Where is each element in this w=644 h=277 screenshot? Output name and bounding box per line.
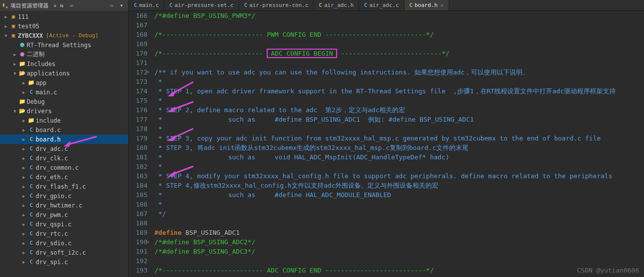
code-line[interactable]: * STEP 1, open adc driver framework supp… xyxy=(154,86,615,96)
expand-arrow-icon[interactable]: ▶ xyxy=(12,52,18,57)
tree-item[interactable]: ▶Cdrv_gpio.c xyxy=(0,191,128,201)
cfile-icon: C xyxy=(27,230,36,237)
expand-arrow-icon[interactable]: ▶ xyxy=(21,222,27,227)
expand-arrow-icon[interactable]: ▶ xyxy=(3,14,9,19)
code-line[interactable]: * xyxy=(154,162,615,171)
expand-arrow-icon[interactable]: ▶ xyxy=(21,194,27,199)
code-text[interactable]: /*#define BSP_USING_PWM3*//*------------… xyxy=(151,11,615,277)
expand-arrow-icon[interactable]: ▶ xyxy=(21,137,27,142)
expand-arrow-icon[interactable]: ▶ xyxy=(21,250,27,255)
tree-item-label: drivers xyxy=(27,108,52,115)
expand-arrow-icon[interactable]: ▶ xyxy=(21,146,27,151)
expand-arrow-icon[interactable]: ▶ xyxy=(21,165,27,170)
code-line[interactable] xyxy=(154,218,615,228)
editor-tab[interactable]: Cair_adc.h xyxy=(314,0,359,10)
expand-arrow-icon[interactable]: ▶ xyxy=(21,118,27,123)
tree-item[interactable]: ▶Cdrv_common.c xyxy=(0,163,128,172)
code-line[interactable]: * such as #define BSP_USING_ADC1 例如: #de… xyxy=(154,115,615,124)
code-line[interactable] xyxy=(154,39,615,49)
expand-arrow-icon[interactable]: ▼ xyxy=(12,109,18,114)
close-icon[interactable]: ✕ xyxy=(54,2,57,9)
code-line[interactable]: * xyxy=(154,124,615,134)
tree-item[interactable]: ▶Cdrv_soft_i2c.c xyxy=(0,248,128,257)
expand-arrow-icon[interactable]: ▶ xyxy=(21,90,27,95)
code-line[interactable]: * STEP 4,修改stm32xxxx_hal_config.h文件以支持ad… xyxy=(154,181,615,190)
tree-item[interactable]: ▶📁Includes xyxy=(0,59,128,69)
tree-item-label: drv_common.c xyxy=(36,164,79,171)
tree-item[interactable]: ▼📂applications xyxy=(0,69,128,78)
code-line[interactable] xyxy=(154,58,615,68)
tree-item[interactable]: ▶▣111 xyxy=(0,12,128,21)
code-line[interactable]: * STEP 4, modify your stm32xxxx_hal_conf… xyxy=(154,171,615,181)
code-line[interactable]: * xyxy=(154,77,615,86)
tree-item[interactable]: ▶📁app xyxy=(0,78,128,87)
code-line[interactable]: */ xyxy=(154,209,615,218)
tree-item[interactable]: ▶Cboard.h xyxy=(0,135,128,144)
code-line[interactable]: * STEP 3, 将adc init函数从stm32cubemx生成的stm3… xyxy=(154,143,615,152)
file-tree[interactable]: ▶▣111▶▣test05▼▣ZYBCXXX[Active - Debug]⬢R… xyxy=(0,11,128,268)
tab-close-icon[interactable]: ✕ xyxy=(441,2,444,8)
editor-tab[interactable]: Cair-pressure-con.c xyxy=(239,0,314,10)
editor-tab[interactable]: Cair-pressure-set.c xyxy=(164,0,239,10)
code-line[interactable]: /*#define BSP_USING_ADC3*/ xyxy=(154,247,615,256)
expand-arrow-icon[interactable]: ▶ xyxy=(21,203,27,208)
expand-arrow-icon[interactable]: ▶ xyxy=(21,260,27,265)
tree-item[interactable]: ▶Cdrv_qspi.c xyxy=(0,219,128,229)
tree-item[interactable]: ▶Cmain.c xyxy=(0,87,128,97)
view-menu-icon[interactable]: ▾ xyxy=(117,2,126,9)
code-line[interactable]: * STEP 2, define macro related to the ad… xyxy=(154,105,615,115)
tree-item[interactable]: ▶Cdrv_clk.c xyxy=(0,153,128,163)
code-line[interactable]: /** if you want to use adc you can use t… xyxy=(154,68,615,77)
tree-item[interactable]: ▶Cdrv_flash_f1.c xyxy=(0,182,128,191)
code-line[interactable]: * such as void HAL_ADC_MspInit(ADC_Handl… xyxy=(154,152,615,162)
expand-arrow-icon[interactable]: ▶ xyxy=(21,80,27,85)
expand-arrow-icon[interactable]: ▶ xyxy=(21,128,27,133)
code-line[interactable]: * xyxy=(154,200,615,209)
link-editor-icon[interactable]: ⇆ xyxy=(57,2,66,9)
tree-item[interactable]: ▶📁include xyxy=(0,116,128,125)
code-line[interactable]: #define BSP_USING_ADC1 xyxy=(154,228,615,237)
code-line[interactable]: /*-------------------------- ADC CONFIG … xyxy=(154,49,615,58)
collapse-icon[interactable]: ⇨ xyxy=(107,2,117,9)
expand-arrow-icon[interactable]: ▶ xyxy=(21,241,27,246)
tree-item[interactable]: ▶Cdrv_eth.c xyxy=(0,172,128,182)
code-line[interactable]: /*-------------------------- ADC CONFIG … xyxy=(154,266,615,275)
tree-item[interactable]: ▶▣test05 xyxy=(0,21,128,31)
tree-item[interactable]: ▶Cdrv_spi.c xyxy=(0,257,128,267)
tree-item[interactable]: 📁Debug xyxy=(0,97,128,106)
editor-tab[interactable]: Cair_adc.c xyxy=(359,0,404,10)
tree-item[interactable]: ▶Cdrv_sdio.c xyxy=(0,238,128,248)
expand-arrow-icon[interactable]: ▶ xyxy=(21,231,27,236)
expand-arrow-icon[interactable]: ▶ xyxy=(21,212,27,217)
expand-arrow-icon[interactable]: ▼ xyxy=(12,71,18,76)
tree-item[interactable]: ▶⬣二进制 xyxy=(0,50,128,59)
tab-label: air-pressure-set.c xyxy=(175,2,234,8)
code-editor[interactable]: 1661671681691701711721731741751761771781… xyxy=(129,11,644,277)
expand-arrow-icon[interactable]: ▶ xyxy=(21,175,27,180)
expand-arrow-icon[interactable]: ▶ xyxy=(3,24,9,29)
tree-item[interactable]: ▶Cdrv_adc.c xyxy=(0,144,128,153)
tree-item[interactable]: ⬢RT-Thread Settings xyxy=(0,40,128,50)
expand-arrow-icon[interactable]: ▶ xyxy=(12,62,18,67)
code-line[interactable]: /*-------------------------- PWM CONFIG … xyxy=(154,30,615,39)
code-line[interactable]: /*#define BSP_USING_PWM3*/ xyxy=(154,11,615,20)
tree-item[interactable]: ▶Cdrv_hwtimer.c xyxy=(0,201,128,210)
tree-item[interactable]: ▶Cdrv_pwm.c xyxy=(0,210,128,219)
code-line[interactable]: /*#define BSP_USING_ADC2*/ xyxy=(154,237,615,247)
expand-arrow-icon[interactable]: ▼ xyxy=(3,33,9,38)
expand-arrow-icon[interactable]: ▶ xyxy=(21,184,27,189)
tree-item[interactable]: ▶Cboard.c xyxy=(0,125,128,135)
code-line[interactable] xyxy=(154,256,615,266)
tree-item[interactable]: ▶Cdrv_rtc.c xyxy=(0,229,128,238)
code-line[interactable]: * xyxy=(154,96,615,105)
expand-arrow-icon[interactable]: ▶ xyxy=(21,156,27,161)
code-line[interactable] xyxy=(154,20,615,30)
editor-tab[interactable]: Cmain.c xyxy=(129,0,164,10)
tree-item[interactable]: ▼📂drivers xyxy=(0,106,128,116)
tree-item[interactable]: ▼▣ZYBCXXX[Active - Debug] xyxy=(0,31,128,40)
line-number: 176 xyxy=(136,105,147,115)
code-line[interactable]: * such as #define HAL_ADC_MODULE_ENABLED xyxy=(154,190,615,200)
code-line[interactable]: * STEP 3, copy your adc init function fr… xyxy=(154,134,615,143)
back-icon[interactable]: ⇦ xyxy=(66,2,76,9)
editor-tab[interactable]: Cboard.h✕ xyxy=(405,0,449,10)
